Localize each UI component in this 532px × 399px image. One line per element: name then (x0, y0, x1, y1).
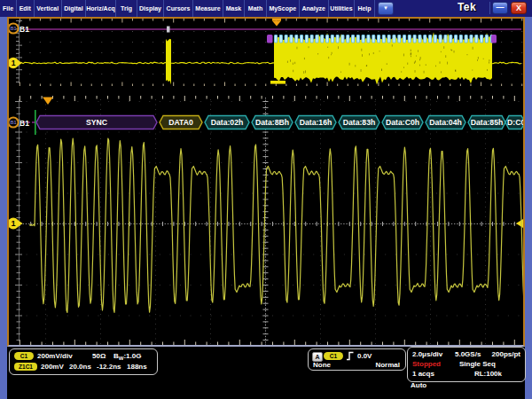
bus-packet-data-83h[interactable]: Data:83h (339, 116, 379, 129)
bus-packet-data-8bh[interactable]: Data:8Bh (252, 116, 293, 129)
svg-text:B1: B1 (10, 26, 16, 31)
bus-packet-data-c0h[interactable]: Data:C0h (382, 116, 423, 129)
svg-text:1: 1 (12, 59, 16, 67)
horizontal-timebase: 2.0μs/div (412, 349, 442, 359)
overview-small-packet (167, 27, 170, 33)
svg-text:B1: B1 (20, 119, 29, 128)
channel-1-zoom-trace (29, 138, 523, 313)
menu-item-math[interactable]: Math (245, 0, 267, 17)
zoom-span: 188ns (127, 362, 147, 372)
channel-termination: 50Ω (92, 351, 106, 361)
menu-item-myscope[interactable]: MyScope (267, 0, 300, 17)
overview-channel-1-marker[interactable]: 1 (9, 58, 22, 68)
resolution: 200ps/pt (492, 349, 520, 359)
menu-item-edit[interactable]: Edit (17, 0, 35, 17)
svg-text:B1: B1 (20, 25, 29, 34)
zoom-1-channel-1-badge[interactable]: Z1C1 (14, 363, 37, 371)
menu-item-help[interactable]: Help (355, 0, 375, 17)
record-length: RL:100k (474, 369, 502, 379)
zoom-position: -12.2ns (97, 362, 121, 372)
svg-text:Data:85h: Data:85h (471, 118, 504, 127)
close-button[interactable]: X (511, 2, 527, 14)
svg-text:Data:16h: Data:16h (300, 118, 332, 127)
menu-item-cursors[interactable]: Cursors (164, 0, 193, 17)
zoom-timebase: 20.0ns (69, 362, 91, 372)
zoom-scale: 200mV (41, 362, 64, 372)
menu-bar: FileEditVerticalDigitalHoriz/AcqTrigDisp… (0, 0, 532, 17)
minimize-button[interactable]: — (492, 2, 508, 14)
bus-packet-sync[interactable]: SYNC (36, 116, 157, 129)
acquisition-overview-panel[interactable]: B1B11 (9, 19, 523, 86)
menu-item-vertical[interactable]: Vertical (35, 0, 63, 17)
channel-scale: 200mV/div (37, 351, 73, 361)
graticule-frame: B1B11 SYNCDATA0Data:02hData:8BhData:16hD… (7, 17, 525, 347)
tek-logo: Tek (458, 1, 488, 13)
bus-trigger-position-triangle[interactable] (43, 98, 53, 106)
svg-text:B1: B1 (10, 120, 16, 125)
bus-packet-data0[interactable]: DATA0 (160, 116, 202, 129)
svg-text:Data:C0h: Data:C0h (386, 118, 419, 127)
overview-bus-badge[interactable]: B1B1 (9, 23, 29, 33)
bus-packet-d-c0h[interactable]: D:C0h (505, 116, 523, 129)
menu-item-trig[interactable]: Trig (116, 0, 137, 17)
trigger-source-badge[interactable]: C1 (324, 352, 343, 360)
acquisition-mode: Single Seq (459, 359, 496, 369)
svg-text:1: 1 (11, 219, 15, 228)
svg-text:DATA0: DATA0 (168, 118, 193, 127)
svg-text:D:C0h: D:C0h (507, 118, 523, 127)
chevron-down-icon: ▼ (383, 5, 388, 11)
bus-packet-data-02h[interactable]: Data:02h (205, 116, 249, 129)
trigger-position-marker[interactable] (272, 19, 281, 27)
svg-text:Data:83h: Data:83h (343, 118, 376, 127)
close-icon: X (516, 4, 521, 12)
menu-item-file[interactable]: File (0, 0, 17, 17)
menu-item-utilities[interactable]: Utilities (329, 0, 355, 17)
svg-text:Data:02h: Data:02h (211, 118, 244, 127)
menu-overflow-dropdown-button[interactable]: ▼ (378, 2, 394, 15)
zoom-window-bracket[interactable] (270, 81, 286, 84)
svg-text:Data:8Bh: Data:8Bh (255, 118, 289, 127)
bus-decode-row: SYNCDATA0Data:02hData:8BhData:16hData:83… (23, 110, 523, 135)
desktop-strip-left (0, 16, 7, 399)
channel-1-badge[interactable]: C1 (14, 352, 34, 360)
auto-trigger-label: Auto (411, 381, 426, 389)
bus-packet-data-85h[interactable]: Data:85h (468, 116, 505, 129)
acquisition-state: Stopped (412, 359, 441, 369)
channel-readout-box[interactable]: C1 200mV/div 50Ω BW:1.0G Z1C1 200mV 20.0… (9, 348, 158, 375)
minimize-icon: — (497, 3, 505, 12)
menu-separator (489, 2, 490, 14)
menu-item-digital[interactable]: Digital (62, 0, 86, 17)
bus-packet-data-16h[interactable]: Data:16h (295, 116, 336, 129)
sample-rate: 5.0GS/s (455, 349, 481, 359)
menu-item-mask[interactable]: Mask (223, 0, 245, 17)
svg-text:Data:04h: Data:04h (429, 118, 462, 127)
trigger-mode: Normal (375, 360, 400, 370)
desktop-strip-right (525, 16, 532, 399)
menu-item-analyze[interactable]: Analyze (300, 0, 330, 17)
trigger-holdoff: None (313, 360, 331, 370)
acquisition-count: 1 acqs (412, 369, 434, 379)
main-bus-badge[interactable]: B1B1 (9, 117, 29, 127)
menu-item-measure[interactable]: Measure (193, 0, 223, 17)
oscilloscope-screen: FileEditVerticalDigitalHoriz/AcqTrigDisp… (0, 0, 532, 399)
zoom-waveform-panel[interactable]: SYNCDATA0Data:02hData:8BhData:16hData:83… (9, 96, 523, 345)
svg-text:SYNC: SYNC (86, 118, 108, 127)
trigger-readout-box[interactable]: A C1 0.0V None Normal (308, 348, 406, 371)
horizontal-readout-box[interactable]: 2.0μs/div 5.0GS/s 200ps/pt Stopped Singl… (407, 347, 526, 382)
main-channel-1-marker[interactable]: 1 (9, 218, 23, 230)
menu-item-display[interactable]: Display (137, 0, 164, 17)
bus-packet-data-04h[interactable]: Data:04h (426, 116, 466, 129)
menu-item-horiz-acq[interactable]: Horiz/Acq (86, 0, 116, 17)
